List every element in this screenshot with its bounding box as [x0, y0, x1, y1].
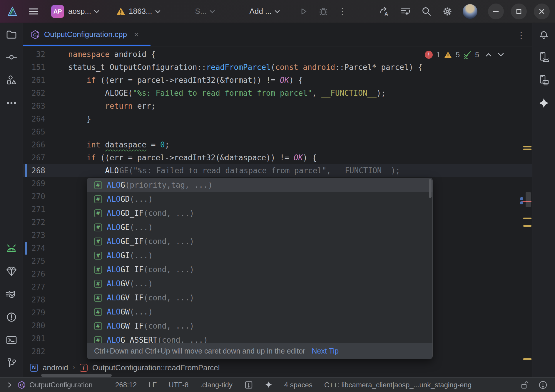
line-number[interactable]: 282 [23, 345, 68, 358]
run-button[interactable] [299, 7, 308, 16]
line-number[interactable]: 279 [23, 306, 68, 319]
app-quality-insights-tool-icon[interactable] [0, 260, 23, 283]
run-configuration-selector[interactable]: Add ... [250, 7, 272, 16]
vcs-branch-selector[interactable]: 1863... [129, 7, 152, 16]
completion-item-alogw_if[interactable]: #ALOGW_IF(cond, ...) [87, 319, 432, 333]
line-separator[interactable]: LF [148, 381, 157, 389]
line-number[interactable]: 261 [23, 74, 68, 87]
completion-item-alogi_if[interactable]: #ALOGI_IF(cond, ...) [87, 263, 432, 277]
lock-unlocked-icon[interactable] [520, 381, 529, 389]
vcs-warning-icon[interactable] [116, 7, 126, 16]
horizontal-scrollbar[interactable] [41, 374, 112, 377]
ai-sparkle-icon[interactable] [265, 381, 273, 389]
structure-tool-icon[interactable] [0, 69, 23, 92]
line-number[interactable]: 269 [23, 177, 68, 190]
completion-item-alogd[interactable]: #ALOGD(...) [87, 192, 432, 206]
main-menu-icon[interactable] [28, 6, 39, 17]
line-number[interactable]: 281 [23, 332, 68, 345]
line-number[interactable]: 263 [23, 100, 68, 112]
debug-button[interactable] [319, 7, 328, 16]
line-number[interactable]: 266 [23, 138, 68, 151]
project-tool-icon[interactable] [0, 23, 23, 46]
breadcrumb-member[interactable]: OutputConfiguration::readFromParcel [92, 363, 220, 372]
resolve-context[interactable]: C++: libcamera_client|aosp_...unk_stagin… [324, 381, 472, 389]
run-config-chevron-down-icon[interactable] [275, 10, 280, 13]
code-line-261[interactable]: 261 if ((err = parcel->readInt32(&format… [23, 74, 532, 87]
more-tool-windows-icon[interactable] [0, 92, 23, 115]
notifications-bell-icon[interactable] [532, 23, 555, 46]
fatal-error-icon[interactable] [539, 381, 547, 389]
window-close-button[interactable] [534, 4, 550, 19]
reader-mode-icon[interactable] [244, 381, 253, 389]
code-line-151[interactable]: 151status_t OutputConfiguration::readFro… [23, 61, 532, 74]
user-avatar[interactable] [463, 4, 477, 19]
error-stripe-scrollbar[interactable] [520, 46, 532, 362]
line-number[interactable]: 272 [23, 216, 68, 229]
expand-chevron-right-icon[interactable] [8, 382, 12, 388]
completion-item-alog_assert[interactable]: #ALOG_ASSERT(cond, ...) [87, 333, 432, 343]
project-icon[interactable]: AP [51, 5, 64, 18]
search-everywhere-icon[interactable] [422, 6, 432, 16]
next-problem-chevron-down-icon[interactable] [498, 53, 504, 57]
code-line-268[interactable]: 268 ALOGE("%s: Failed to read dataspace … [23, 164, 532, 177]
statusbar-file-name[interactable]: OutputConfiguration [29, 381, 103, 389]
line-number[interactable]: 262 [23, 87, 68, 100]
completion-item-alogi[interactable]: #ALOGI(...) [87, 248, 432, 263]
completion-item-aloge_if[interactable]: #ALOGE_IF(cond, ...) [87, 234, 432, 248]
clang-tidy-widget[interactable]: .clang-tidy [200, 381, 232, 389]
vcs-chevron-down-icon[interactable] [155, 10, 161, 13]
inspections-widget[interactable]: ! 1 5 5 [425, 51, 504, 59]
line-number[interactable]: 271 [23, 203, 68, 216]
terminal-tool-icon[interactable] [0, 329, 23, 351]
previous-problem-chevron-up-icon[interactable] [486, 53, 492, 57]
line-number[interactable]: 265 [23, 125, 68, 138]
next-tip-link[interactable]: Next Tip [312, 347, 339, 355]
completion-item-alogd_if[interactable]: #ALOGD_IF(cond, ...) [87, 206, 432, 220]
completion-item-alogv[interactable]: #ALOGV(...) [87, 277, 432, 291]
line-number[interactable]: 267 [23, 151, 68, 164]
project-selector[interactable]: aosp... [68, 7, 91, 16]
completion-item-alogv_if[interactable]: #ALOGV_IF(cond, ...) [87, 291, 432, 305]
ai-rename-icon[interactable]: A [379, 6, 390, 17]
tab-close-icon[interactable]: × [134, 30, 139, 39]
code-line-263[interactable]: 263 return err; [23, 100, 532, 112]
completion-item-alog[interactable]: #ALOG(priority,tag, ...) [87, 178, 432, 192]
line-number[interactable]: 277 [23, 280, 68, 293]
tab-outputconfiguration-cpp[interactable]: C++ OutputConfiguration.cpp × [23, 23, 151, 46]
gemini-tool-icon[interactable] [532, 92, 555, 115]
device-chevron-down-icon[interactable] [210, 10, 215, 13]
line-number[interactable]: 275 [23, 255, 68, 267]
completion-scrollbar[interactable] [429, 179, 432, 198]
logcat-tool-icon[interactable] [0, 237, 23, 260]
code-line-267[interactable]: 267 if ((err = parcel->readInt32(&datasp… [23, 151, 532, 164]
completion-item-alogw[interactable]: #ALOGW(...) [87, 305, 432, 319]
problems-tool-icon[interactable] [0, 306, 23, 329]
code-line-262[interactable]: 262 ALOGE("%s: Failed to read format fro… [23, 87, 532, 100]
line-number[interactable]: 276 [23, 267, 68, 280]
line-number[interactable]: 32 [23, 48, 68, 61]
code-line-265[interactable]: 265 [23, 125, 532, 138]
window-maximize-button[interactable] [511, 4, 527, 19]
local-history-icon[interactable] [400, 6, 411, 16]
profiler-tool-icon[interactable] [0, 283, 23, 306]
tab-options-kebab-icon[interactable]: ⋮ [517, 30, 526, 40]
device-selector[interactable]: S... [195, 7, 207, 16]
breadcrumb-namespace[interactable]: android [43, 363, 68, 372]
line-number[interactable]: 278 [23, 293, 68, 306]
line-number[interactable]: 264 [23, 112, 68, 125]
device-manager-tool-icon[interactable] [532, 46, 555, 69]
line-number[interactable]: 268 [23, 164, 68, 177]
window-minimize-button[interactable] [488, 4, 504, 19]
running-devices-tool-icon[interactable] [532, 69, 555, 92]
more-actions-kebab-icon[interactable]: ⋮ [338, 6, 347, 16]
commit-tool-icon[interactable] [0, 46, 23, 69]
caret-position[interactable]: 268:12 [115, 381, 137, 389]
version-control-tool-icon[interactable] [0, 351, 23, 374]
project-chevron-down-icon[interactable] [94, 10, 99, 13]
code-line-264[interactable]: 264 } [23, 112, 532, 125]
file-encoding[interactable]: UTF-8 [168, 381, 188, 389]
code-line-266[interactable]: 266 int dataspace = 0; [23, 138, 532, 151]
line-number[interactable]: 151 [23, 61, 68, 74]
completion-item-aloge[interactable]: #ALOGE(...) [87, 220, 432, 234]
line-number[interactable]: 273 [23, 229, 68, 242]
